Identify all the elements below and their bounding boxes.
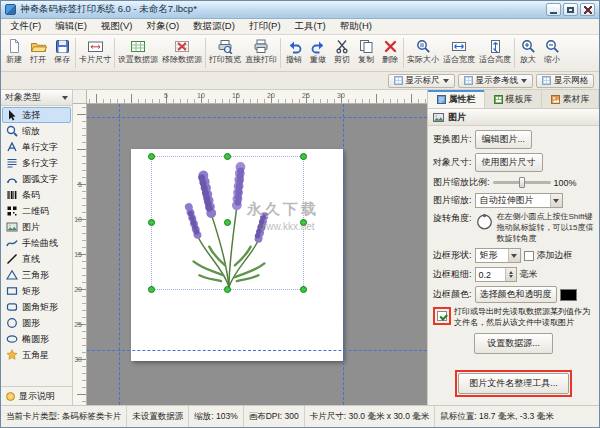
toolbar-separator	[75, 38, 76, 68]
sidebar-item-image[interactable]: 图片	[2, 219, 71, 235]
menu-view[interactable]: 视图(V)	[94, 19, 140, 34]
tab-properties[interactable]: 属性栏	[428, 90, 485, 108]
chevron-down-icon	[521, 79, 527, 83]
selection-handle-top-left[interactable]	[148, 153, 155, 160]
menu-help[interactable]: 帮助(H)	[333, 19, 379, 34]
border-width-spinner[interactable]: 0.2	[475, 267, 517, 282]
toolbar-separator	[514, 38, 515, 68]
spinner-buttons[interactable]	[505, 268, 516, 281]
sidebar-item-single-line-text[interactable]: 单行文字	[2, 139, 71, 155]
selection-handle-bottom-left[interactable]	[148, 286, 155, 293]
toolbar-label: 实际大小	[407, 56, 439, 64]
border-color-swatch[interactable]	[560, 289, 577, 301]
guide-vertical-right[interactable]	[343, 104, 344, 405]
edit-image-button[interactable]: 编辑图片...	[475, 130, 533, 149]
sidebar-item-rectangle[interactable]: 矩形	[2, 283, 71, 299]
select-dropdown-button[interactable]	[508, 249, 520, 262]
selection-handle-middle-left[interactable]	[148, 219, 155, 226]
show-grid-button[interactable]: 显示网格	[536, 74, 594, 88]
toolbar-button-actual-size[interactable]: 实际大小	[405, 36, 441, 70]
guide-horizontal-top[interactable]	[87, 117, 427, 118]
show-ruler-button[interactable]: 显示标尺	[388, 74, 455, 88]
sidebar-item-freehand-curve[interactable]: 手绘曲线	[2, 235, 71, 251]
vertical-ruler[interactable]: 5 10 15 20 25 30	[73, 104, 87, 405]
ruler-number: 30	[337, 92, 345, 99]
sidebar-item-select[interactable]: 选择	[2, 107, 71, 123]
selection-handle-top-right[interactable]	[300, 153, 307, 160]
sidebar-item-qrcode[interactable]: 二维码	[2, 203, 71, 219]
image-filename-tool-button[interactable]: 图片文件名整理工具...	[458, 373, 569, 394]
sidebar-item-zoom[interactable]: 缩放	[2, 123, 71, 139]
sidebar-item-multi-line-text[interactable]: 多行文字	[2, 155, 71, 171]
toolbar-button-redo[interactable]: 重做	[306, 36, 330, 70]
toolbar-button-set-datasource[interactable]: 设置数据源	[116, 36, 160, 70]
border-color-button[interactable]: 选择颜色和透明度	[475, 286, 557, 303]
sidebar-item-rounded-rectangle[interactable]: 圆角矩形	[2, 299, 71, 315]
minimize-button[interactable]	[546, 3, 561, 16]
print-icon	[253, 38, 269, 54]
use-image-size-button[interactable]: 使用图片尺寸	[475, 153, 543, 172]
object-type-list: 选择 缩放 单行文字 多行文字 圆弧文字	[1, 106, 72, 386]
tab-templates[interactable]: 模板库	[485, 90, 542, 108]
toolbar-button-zoom-in[interactable]: 放大	[516, 36, 540, 70]
cut-icon	[335, 38, 349, 54]
slider-thumb[interactable]	[519, 177, 525, 188]
sidebar-item-barcode[interactable]: 条码	[2, 187, 71, 203]
image-scale-slider[interactable]	[493, 181, 551, 184]
magnifier-icon	[5, 125, 19, 138]
tab-materials[interactable]: 素材库	[542, 90, 599, 108]
guide-horizontal-bottom[interactable]	[87, 350, 427, 351]
toolbar-button-delete[interactable]: 删除	[378, 36, 402, 70]
sidebar-item-arc-text[interactable]: 圆弧文字	[2, 171, 71, 187]
add-border-checkbox[interactable]	[524, 251, 534, 261]
border-shape-select[interactable]: 矩形	[475, 248, 521, 263]
sidebar-header[interactable]: 对象类型	[1, 90, 72, 106]
menu-bar: 文件(F) 编辑(E) 视图(V) 对象(O) 数据源(D) 打印(P) 工具(…	[1, 19, 599, 35]
sidebar-item-line[interactable]: 直线	[2, 251, 71, 267]
menu-print[interactable]: 打印(P)	[242, 19, 288, 34]
rectangle-icon	[5, 285, 19, 298]
selection-handle-center[interactable]	[224, 219, 231, 226]
menu-tools[interactable]: 工具(T)	[288, 19, 333, 34]
menu-datasource[interactable]: 数据源(D)	[186, 19, 242, 34]
menu-file[interactable]: 文件(F)	[3, 19, 48, 34]
toolbar-button-print-preview[interactable]: 打印预览	[207, 36, 243, 70]
toolbar-button-undo[interactable]: 撤销	[282, 36, 306, 70]
horizontal-ruler[interactable]: 5 10 15 20 25 30	[87, 90, 427, 104]
ruler-corner	[73, 90, 87, 104]
image-zoom-label: 图片缩放:	[433, 194, 472, 207]
filename-from-datasource-checkbox[interactable]	[437, 311, 447, 321]
toolbar-button-save[interactable]: 保存	[50, 36, 74, 70]
sidebar-item-ellipse[interactable]: 椭圆形	[2, 331, 71, 347]
selection-handle-bottom-right[interactable]	[300, 286, 307, 293]
toolbar-button-new[interactable]: 新建	[2, 36, 26, 70]
menu-edit[interactable]: 编辑(E)	[48, 19, 94, 34]
toolbar-button-open[interactable]: 打开	[26, 36, 50, 70]
toolbar-button-fit-height[interactable]: 适合高度	[477, 36, 513, 70]
close-button[interactable]	[580, 3, 595, 16]
sidebar-item-circle[interactable]: 圆形	[2, 315, 71, 331]
rotate-dial[interactable]	[475, 212, 494, 231]
image-zoom-select[interactable]: 自动拉伸图片	[475, 193, 563, 208]
show-guides-button[interactable]: 显示参考线	[458, 74, 534, 88]
show-help-button[interactable]: 显示说明	[1, 386, 72, 405]
selection-handle-bottom-center[interactable]	[224, 286, 231, 293]
toolbar-button-card-size[interactable]: 卡片尺寸	[77, 36, 113, 70]
toolbar-button-cut[interactable]: 剪切	[330, 36, 354, 70]
toolbar-button-zoom-out[interactable]: 缩小	[540, 36, 564, 70]
app-window: 神奇条码标签打印系统 6.0 - 未命名7.lbcp* 文件(F) 编辑(E) …	[0, 0, 600, 428]
guide-vertical-left[interactable]	[119, 104, 120, 405]
canvas-area[interactable]: 永久下载 www.kkx.net	[87, 104, 427, 405]
menu-object[interactable]: 对象(O)	[139, 19, 186, 34]
set-datasource-button[interactable]: 设置数据源...	[474, 333, 553, 354]
toolbar-button-direct-print[interactable]: 直接打印	[243, 36, 279, 70]
selection-handle-top-center[interactable]	[224, 153, 231, 160]
toolbar-button-copy[interactable]: 复制	[354, 36, 378, 70]
sidebar-item-triangle[interactable]: 三角形	[2, 267, 71, 283]
select-dropdown-button[interactable]	[550, 194, 562, 207]
remove-datasource-icon	[174, 38, 190, 54]
toolbar-button-remove-datasource[interactable]: 移除数据源	[160, 36, 204, 70]
toolbar-button-fit-width[interactable]: 适合宽度	[441, 36, 477, 70]
maximize-button[interactable]	[563, 3, 578, 16]
sidebar-item-star[interactable]: 五角星	[2, 347, 71, 363]
